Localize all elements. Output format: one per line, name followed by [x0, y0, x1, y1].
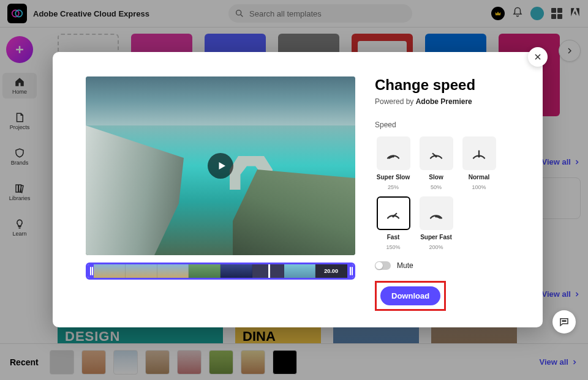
- gauge-icon: [427, 204, 445, 223]
- controls-column: Change speed Powered by Adobe Premiere S…: [375, 76, 513, 309]
- mute-row: Mute: [375, 261, 513, 270]
- preview-column: 20.00: [86, 76, 355, 309]
- gauge-icon: [384, 144, 402, 163]
- video-preview[interactable]: [86, 76, 355, 255]
- svg-point-18: [435, 215, 437, 217]
- speed-option-slow[interactable]: Slow 50%: [418, 136, 454, 190]
- svg-point-21: [565, 321, 567, 322]
- svg-point-10: [392, 155, 394, 157]
- dialog-title: Change speed: [375, 76, 513, 94]
- timeline-duration: 20.00: [315, 264, 347, 278]
- speed-section-label: Speed: [375, 121, 513, 129]
- mute-label: Mute: [397, 261, 413, 270]
- play-button[interactable]: [208, 153, 233, 179]
- video-timeline[interactable]: 20.00: [86, 263, 355, 280]
- trim-handle-right[interactable]: [347, 264, 353, 278]
- svg-point-20: [564, 321, 565, 322]
- mute-toggle[interactable]: [375, 261, 391, 270]
- trim-handle-left[interactable]: [88, 264, 94, 278]
- close-icon: [533, 52, 543, 62]
- dialog-subtitle: Powered by Adobe Premiere: [375, 97, 513, 106]
- speed-options-grid: Super Slow 25% Slow 50% Normal 100% Fast…: [375, 136, 513, 250]
- timeline-frames: 20.00: [94, 264, 347, 278]
- gauge-icon: [427, 144, 445, 163]
- svg-marker-8: [219, 162, 225, 170]
- speed-option-fast[interactable]: Fast 150%: [375, 196, 412, 250]
- speed-option-normal[interactable]: Normal 100%: [461, 136, 497, 190]
- close-button[interactable]: [528, 47, 548, 67]
- playhead[interactable]: [268, 263, 270, 279]
- gauge-icon: [470, 144, 488, 163]
- speed-option-super-slow[interactable]: Super Slow 25%: [375, 136, 412, 190]
- svg-point-19: [562, 321, 564, 322]
- download-highlight-box: Download: [375, 281, 446, 311]
- gauge-icon: [384, 204, 402, 223]
- svg-point-12: [435, 155, 437, 157]
- chat-icon: [559, 316, 570, 327]
- chat-button[interactable]: [552, 310, 576, 333]
- speed-option-super-fast[interactable]: Super Fast 200%: [418, 196, 454, 250]
- change-speed-dialog: 20.00 Change speed Powered by Adobe Prem…: [53, 52, 543, 327]
- download-button[interactable]: Download: [380, 286, 440, 305]
- svg-point-16: [392, 215, 394, 217]
- svg-point-14: [478, 155, 480, 157]
- play-icon: [216, 160, 227, 171]
